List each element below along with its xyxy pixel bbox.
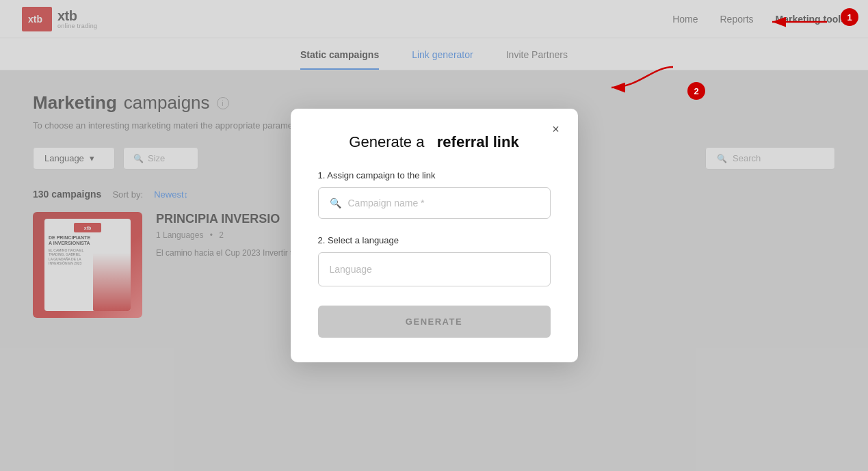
- modal-step2-label: 2. Select a language: [318, 235, 551, 245]
- search-icon-campaign: 🔍: [330, 198, 341, 208]
- modal-step1-label: 1. Assign campaign to the link: [318, 170, 551, 180]
- modal-title-normal: Generate a: [349, 133, 424, 150]
- modal-title-bold: referral link: [437, 133, 519, 150]
- modal-title: Generate a referral link: [318, 133, 551, 151]
- annotation-badge-2: 2: [687, 82, 705, 100]
- modal-close-button[interactable]: ×: [547, 120, 566, 139]
- language-placeholder: Language: [330, 264, 539, 275]
- generate-button[interactable]: GENERATE: [318, 306, 551, 338]
- annotation-arrow-1: [759, 8, 841, 36]
- language-select-field[interactable]: Language: [318, 252, 551, 286]
- campaign-name-input[interactable]: [348, 198, 539, 208]
- campaign-name-field[interactable]: 🔍: [318, 187, 551, 219]
- referral-link-modal: × Generate a referral link 1. Assign cam…: [291, 109, 578, 362]
- annotation-badge-1: 1: [841, 8, 858, 26]
- modal-overlay: × Generate a referral link 1. Assign cam…: [0, 0, 868, 471]
- annotation-arrow-2: [598, 60, 687, 94]
